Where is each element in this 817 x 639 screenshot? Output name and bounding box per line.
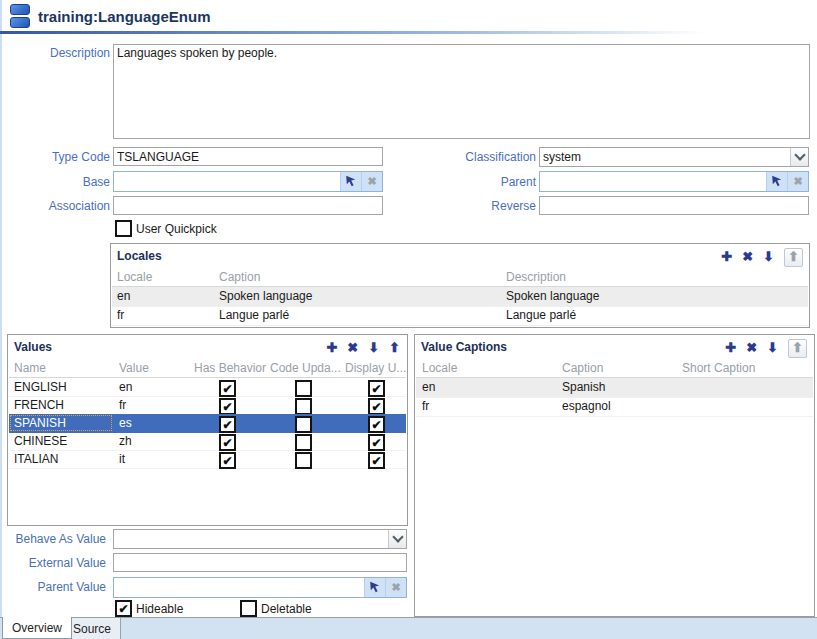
- clear-icon: ✖: [793, 175, 802, 188]
- has-behavior-checkbox[interactable]: [219, 434, 236, 451]
- external-value-field[interactable]: [113, 553, 407, 572]
- values-row[interactable]: FRENCH fr: [9, 396, 406, 415]
- bottom-tab-bar: Overview Source: [0, 617, 817, 639]
- value-cell: es: [119, 414, 132, 432]
- hideable-checkbox[interactable]: [115, 600, 132, 617]
- enum-editor-window: training:LanguageEnum Description Langua…: [0, 0, 817, 639]
- locales-column-headers: Locale Caption Description: [112, 269, 808, 287]
- classification-select[interactable]: system: [539, 147, 809, 167]
- move-up-button[interactable]: ⬆: [788, 339, 807, 358]
- base-label: Base: [0, 175, 110, 189]
- reverse-field[interactable]: [539, 196, 809, 215]
- column-header: Caption: [562, 361, 603, 375]
- tab-overview[interactable]: Overview: [2, 617, 72, 639]
- base-lookup-button[interactable]: [340, 172, 361, 191]
- has-behavior-checkbox[interactable]: [219, 380, 236, 397]
- delete-icon[interactable]: ✖: [742, 249, 753, 265]
- value-captions-title: Value Captions: [421, 340, 507, 354]
- values-column-headers: Name Value Has Behavior Code Upda... Dis…: [9, 360, 406, 378]
- classification-label: Classification: [426, 150, 536, 164]
- move-down-icon[interactable]: ⬇: [368, 340, 379, 356]
- display-updatable-checkbox[interactable]: [368, 434, 385, 451]
- value-cell: it: [119, 450, 125, 468]
- display-updatable-checkbox[interactable]: [368, 398, 385, 415]
- type-code-field[interactable]: [113, 147, 383, 166]
- code-updatable-checkbox[interactable]: [295, 434, 312, 451]
- chevron-down-icon: [794, 149, 805, 160]
- user-quickpick-checkbox[interactable]: [115, 220, 132, 237]
- locales-panel: Locales ✚ ✖ ⬇ ⬆ Locale Caption Descripti…: [110, 243, 810, 328]
- name-cell: SPANISH: [9, 414, 113, 432]
- has-behavior-checkbox[interactable]: [219, 416, 236, 433]
- delete-icon[interactable]: ✖: [746, 340, 757, 356]
- value-cell: en: [119, 378, 132, 396]
- code-updatable-checkbox[interactable]: [295, 398, 312, 415]
- values-row[interactable]: ENGLISH en: [9, 378, 406, 397]
- locale-cell: en: [117, 287, 130, 306]
- type-code-label: Type Code: [0, 150, 110, 164]
- display-updatable-checkbox[interactable]: [368, 416, 385, 433]
- value-captions-row[interactable]: en Spanish: [416, 378, 813, 398]
- deletable-checkbox[interactable]: [240, 600, 257, 617]
- enum-icon: [10, 4, 32, 31]
- values-row[interactable]: SPANISH es: [9, 414, 406, 433]
- move-up-icon[interactable]: ⬆: [389, 340, 400, 356]
- parent-picker[interactable]: ✖: [539, 171, 809, 192]
- parent-value-lookup-button[interactable]: [364, 578, 385, 597]
- external-value-label: External Value: [0, 556, 106, 570]
- value-cell: fr: [119, 396, 126, 414]
- description-field[interactable]: Languages spoken by people.: [113, 44, 810, 139]
- caption-cell: Spanish: [562, 378, 605, 397]
- code-updatable-checkbox[interactable]: [295, 380, 312, 397]
- move-up-button[interactable]: ⬆: [784, 248, 803, 267]
- delete-icon[interactable]: ✖: [347, 340, 358, 356]
- values-row[interactable]: ITALIAN it: [9, 450, 406, 469]
- parent-value-clear-button[interactable]: ✖: [385, 578, 406, 597]
- base-clear-button[interactable]: ✖: [361, 172, 382, 191]
- column-header: Display U...: [345, 361, 406, 375]
- hideable-label: Hideable: [136, 602, 183, 616]
- description-cell: Langue parlé: [506, 306, 576, 325]
- parent-value-picker[interactable]: ✖: [113, 577, 407, 598]
- header-divider: [0, 31, 705, 34]
- locales-row[interactable]: fr Langue parlé Langue parlé: [112, 306, 808, 326]
- value-cell: zh: [119, 432, 132, 450]
- code-updatable-checkbox[interactable]: [295, 416, 312, 433]
- clear-icon: ✖: [391, 581, 400, 594]
- parent-clear-button[interactable]: ✖: [787, 172, 808, 191]
- display-updatable-checkbox[interactable]: [368, 452, 385, 469]
- move-down-icon[interactable]: ⬇: [767, 340, 778, 356]
- has-behavior-checkbox[interactable]: [219, 452, 236, 469]
- add-icon[interactable]: ✚: [326, 340, 337, 356]
- add-icon[interactable]: ✚: [725, 340, 736, 356]
- cursor-arrow-icon: [345, 175, 358, 188]
- association-field[interactable]: [113, 196, 383, 215]
- column-header: Name: [14, 361, 46, 375]
- values-row[interactable]: CHINESE zh: [9, 432, 406, 451]
- caption-cell: Spoken language: [219, 287, 312, 306]
- name-cell: ENGLISH: [9, 378, 113, 396]
- deletable-label: Deletable: [261, 602, 312, 616]
- parent-lookup-button[interactable]: [766, 172, 787, 191]
- move-down-icon[interactable]: ⬇: [763, 249, 774, 265]
- parent-label: Parent: [426, 175, 536, 189]
- tab-label: Overview: [12, 621, 62, 635]
- locale-cell: fr: [422, 397, 429, 416]
- column-header: Description: [506, 270, 566, 284]
- code-updatable-checkbox[interactable]: [295, 452, 312, 469]
- classification-dropdown-button[interactable]: [790, 148, 808, 166]
- name-cell: ITALIAN: [9, 450, 113, 468]
- parent-value-label: Parent Value: [0, 580, 106, 594]
- locale-cell: fr: [117, 306, 124, 325]
- display-updatable-checkbox[interactable]: [368, 380, 385, 397]
- behave-as-value-dropdown-button[interactable]: [388, 530, 406, 548]
- base-picker[interactable]: ✖: [113, 171, 383, 192]
- behave-as-value-label: Behave As Value: [0, 532, 106, 546]
- cursor-arrow-icon: [771, 175, 784, 188]
- add-icon[interactable]: ✚: [721, 249, 732, 265]
- behave-as-value-select[interactable]: [113, 529, 407, 549]
- has-behavior-checkbox[interactable]: [219, 398, 236, 415]
- locales-row[interactable]: en Spoken language Spoken language: [112, 287, 808, 307]
- value-captions-row[interactable]: fr espagnol: [416, 397, 813, 417]
- name-cell: CHINESE: [9, 432, 113, 450]
